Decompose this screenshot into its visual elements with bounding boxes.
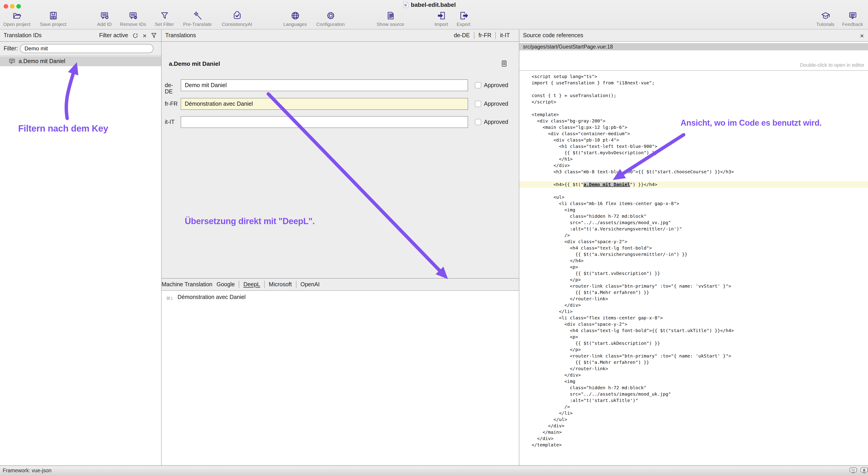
code-line: {{ $t("start.vvDescription") }} xyxy=(519,270,868,277)
framework-status: Framework: vue-json xyxy=(3,468,52,473)
save-project-button[interactable]: Save project xyxy=(31,11,75,27)
configuration-button[interactable]: Configuration xyxy=(309,11,352,27)
code-line: </main> xyxy=(519,429,868,436)
toolbar-item-label: Feedback xyxy=(831,21,868,27)
code-line xyxy=(519,86,868,93)
pre-translate-button[interactable]: Pre-Translate xyxy=(176,11,219,27)
comment-note-icon[interactable] xyxy=(501,60,507,67)
mt-shortcut-badge: ⌘1 xyxy=(166,296,173,301)
code-line: class="hidden h-72 md:block" xyxy=(519,385,868,391)
toolbar-item-label: Pre-Translate xyxy=(176,21,219,27)
code-line: <h4 class="text-lg font-bold">{{ $t("sta… xyxy=(519,328,868,334)
code-line: <p> xyxy=(519,334,868,340)
mt-provider-tab-openai[interactable]: OpenAI xyxy=(296,281,324,287)
translations-title: Translations xyxy=(162,32,196,39)
code-line: /> xyxy=(519,232,868,239)
translation-id-list-item[interactable]: a.Demo mit Daniel xyxy=(0,56,161,66)
code-line: const { t } = useTranslation(); xyxy=(519,93,868,99)
app-window: b babel-edit.babel Open projectSave proj… xyxy=(0,0,868,475)
code-line: <div class="space-y-2"> xyxy=(519,239,868,245)
translations-body: a.Demo mit Daniel de-DEDemo mit DanielAp… xyxy=(162,42,519,278)
mt-provider-tab-microsoft[interactable]: Microsoft xyxy=(265,281,296,287)
show-source-icon xyxy=(386,11,395,21)
code-line: <ul> xyxy=(519,194,868,201)
code-line: </li> xyxy=(519,410,868,416)
toolbar-item-label: ConsistencyAI xyxy=(215,21,259,27)
language-row-label: de-DE xyxy=(165,82,180,95)
language-tab-it-it[interactable]: it-IT xyxy=(496,32,514,39)
code-line: <p> xyxy=(519,264,868,270)
code-line: <h4 class="text-lg font-bold"> xyxy=(519,245,868,251)
clear-filter-icon[interactable]: × xyxy=(143,32,147,39)
approved-checkbox-it-IT[interactable] xyxy=(475,119,481,125)
feedback-bubble-icon xyxy=(848,11,857,21)
language-row-label: it-IT xyxy=(165,119,180,125)
code-line: </h4> xyxy=(519,258,868,264)
code-line: src="../../assets/images/mood_uk.jpg" xyxy=(519,391,868,398)
filter-funnel-icon[interactable] xyxy=(151,32,157,39)
approved-label: Approved xyxy=(484,82,508,89)
approved-checkbox-fr-FR[interactable] xyxy=(475,101,481,107)
feedback-button[interactable]: Feedback xyxy=(831,11,868,27)
code-line: </div> xyxy=(519,372,868,378)
code-line xyxy=(519,175,868,181)
svg-text:b: b xyxy=(404,3,407,7)
filter-input[interactable] xyxy=(20,44,153,53)
translation-ids-panel: Translation IDs Filter active × Filter: … xyxy=(0,30,162,466)
window-title: b babel-edit.babel xyxy=(403,1,456,8)
code-line: /> xyxy=(519,404,868,410)
export-button[interactable]: Export xyxy=(442,11,485,27)
refresh-icon[interactable] xyxy=(132,32,138,39)
translation-ids-header: Translation IDs Filter active × xyxy=(0,30,161,42)
code-line xyxy=(519,105,868,112)
filter-row: Filter: xyxy=(0,42,161,56)
code-line: <div class="container-medium"> xyxy=(519,131,868,137)
code-line: <img xyxy=(519,207,868,213)
annotation-source-text: Ansicht, wo im Code es benutzt wird. xyxy=(681,118,822,128)
show-source-button[interactable]: Show source xyxy=(369,11,412,27)
translation-input-it-IT[interactable] xyxy=(181,116,468,128)
code-line: <li class="mb-16 flex items-center gap-x… xyxy=(519,201,868,207)
notes-bubble-icon[interactable] xyxy=(849,467,857,474)
star-bubble-icon[interactable] xyxy=(860,467,868,474)
mt-suggestion[interactable]: Démonstration avec Daniel xyxy=(178,294,246,300)
close-panel-icon[interactable]: × xyxy=(860,32,864,39)
code-line: src="../../assets/images/mood_vv.jpg" xyxy=(519,219,868,226)
code-line: :alt="t('start.ukTitle')" xyxy=(519,398,868,404)
code-line: </p> xyxy=(519,347,868,353)
translation-ids-title: Translation IDs xyxy=(0,32,41,39)
consistencyai-button[interactable]: ConsistencyAI xyxy=(215,11,259,27)
code-line: {{ $t("a.Mehr erfahren") }} xyxy=(519,359,868,366)
translation-input-de-DE[interactable]: Demo mit Daniel xyxy=(181,79,468,91)
source-reference-item[interactable]: src/pages/start/GuestStartPage.vue:18 xyxy=(519,43,868,50)
status-bar: Framework: vue-json xyxy=(0,466,868,475)
highlighted-translation-key: a.Demo mit Daniel xyxy=(584,182,630,187)
machine-translation-header: Machine Translation GoogleDeepLMicrosoft… xyxy=(162,278,519,291)
minimize-window-button[interactable] xyxy=(10,4,14,9)
zoom-window-button[interactable] xyxy=(17,4,21,9)
language-row-label: fr-FR xyxy=(165,101,180,107)
code-line: <h3 class="mb-8 text-blue-900">{{ $t("st… xyxy=(519,169,868,175)
close-window-button[interactable] xyxy=(4,4,8,9)
code-line: </script> xyxy=(519,99,868,105)
code-line: </li> xyxy=(519,308,868,315)
divider xyxy=(519,70,868,71)
remove-ids-icon xyxy=(128,11,138,21)
mt-provider-tabs: GoogleDeepLMicrosoftOpenAI xyxy=(213,278,324,291)
code-line: </template> xyxy=(519,442,868,448)
mt-provider-tab-deepl[interactable]: DeepL xyxy=(239,281,264,287)
code-line: <template> xyxy=(519,112,868,118)
code-line: <script setup lang="ts"> xyxy=(519,73,868,80)
language-tab-fr-fr[interactable]: fr-FR xyxy=(474,32,496,39)
code-line: </p> xyxy=(519,277,868,283)
toolbar-item-label: Export xyxy=(442,21,485,27)
mt-provider-tab-google[interactable]: Google xyxy=(213,281,239,287)
open-project-icon xyxy=(12,11,22,21)
filter-active-status: Filter active xyxy=(99,32,128,39)
language-tab-de-de[interactable]: de-DE xyxy=(450,32,474,39)
approved-checkbox-de-DE[interactable] xyxy=(475,82,481,89)
translation-input-fr-FR[interactable]: Démonstration avec Daniel xyxy=(181,98,468,110)
annotation-filter-text: Filtern nach dem Key xyxy=(18,124,108,134)
machine-translation-title: Machine Translation xyxy=(162,281,213,287)
code-line xyxy=(519,188,868,194)
